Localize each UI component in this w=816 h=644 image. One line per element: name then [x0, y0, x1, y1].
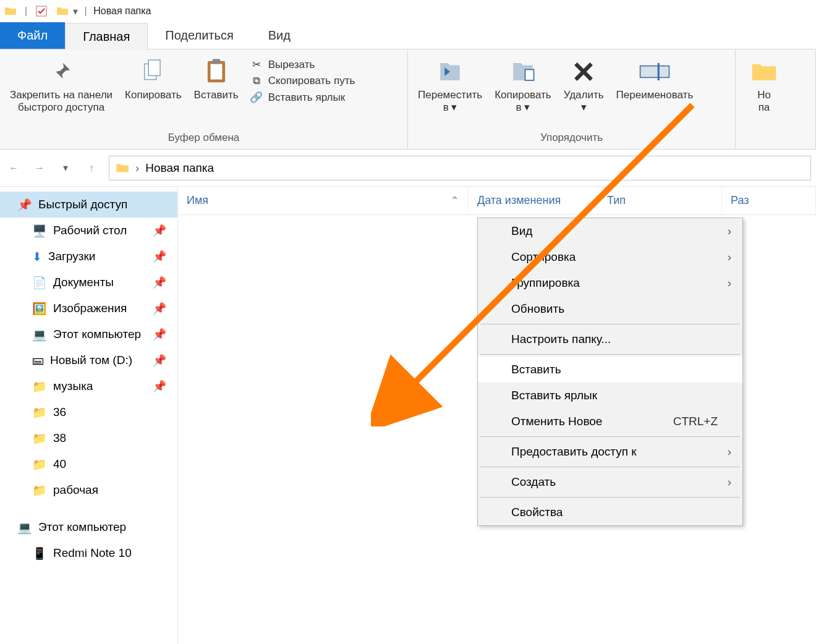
column-date[interactable]: Дата изменения — [469, 187, 598, 214]
sidebar-item-label: 38 — [53, 431, 66, 445]
tab-share[interactable]: Поделиться — [148, 22, 250, 49]
pin-quickaccess-button[interactable]: Закрепить на панели быстрого доступа — [4, 54, 119, 117]
paste-shortcut-button[interactable]: 🔗 Вставить ярлык — [250, 91, 355, 104]
sidebar-item-folder[interactable]: 📁рабочая — [0, 477, 177, 503]
ctx-undo[interactable]: Отменить НовоеCTRL+Z — [478, 409, 742, 434]
ctx-properties[interactable]: Свойства — [478, 499, 742, 525]
sidebar-item-this-pc[interactable]: 💻Этот компьютер📌 — [0, 321, 177, 347]
ctx-label: Создать — [511, 475, 556, 489]
sidebar-quick-access[interactable]: 📌 Быстрый доступ — [0, 192, 177, 218]
move-to-button[interactable]: Переместить в ▾ — [412, 54, 488, 117]
sidebar-item-drive[interactable]: 🖴Новый том (D:)📌 — [0, 347, 177, 373]
delete-label: Удалить ▾ — [564, 89, 604, 114]
column-type[interactable]: Тип — [598, 187, 722, 214]
separator — [480, 497, 740, 498]
cut-button[interactable]: ✂ Вырезать — [250, 58, 355, 71]
history-dropdown[interactable]: ▾ — [57, 159, 74, 177]
ribbon-tabs: Файл Главная Поделиться Вид — [0, 22, 816, 49]
pc-icon: 💻 — [32, 328, 47, 342]
separator — [480, 324, 740, 324]
sidebar-item-folder[interactable]: 📁40 — [0, 451, 177, 477]
sidebar-item-label: Рабочий стол — [53, 224, 127, 237]
separator — [480, 354, 740, 355]
sidebar-item-desktop[interactable]: 🖥️Рабочий стол📌 — [0, 218, 177, 244]
sidebar-item-label: 40 — [53, 457, 66, 471]
drive-icon: 🖴 — [32, 354, 44, 367]
ctx-create[interactable]: Создать› — [478, 469, 742, 495]
ctx-label: Свойства — [511, 506, 563, 519]
svg-rect-6 — [525, 70, 533, 81]
ctx-label: Предоставить доступ к — [511, 445, 637, 459]
sidebar-item-folder[interactable]: 📁36 — [0, 399, 177, 425]
downloads-icon: ⬇ — [32, 250, 42, 264]
ctx-label: Отменить Новое — [511, 415, 602, 428]
copyto-icon — [510, 57, 536, 87]
paste-button[interactable]: Вставить — [188, 54, 245, 104]
copy-path-button[interactable]: ⧉ Скопировать путь — [250, 75, 355, 87]
separator — [480, 436, 740, 437]
tab-view[interactable]: Вид — [251, 22, 308, 49]
address-bar[interactable]: › Новая папка — [109, 156, 811, 180]
documents-icon: 📄 — [32, 276, 47, 290]
ctx-view[interactable]: Вид› — [478, 218, 742, 244]
dropdown-icon[interactable]: ▾ — [73, 6, 78, 17]
tab-home[interactable]: Главная — [65, 23, 148, 49]
sidebar-item-device[interactable]: 📱Redmi Note 10 — [0, 540, 177, 566]
this-pc-label: Этот компьютер — [38, 520, 126, 534]
up-button[interactable]: ↑ — [83, 159, 100, 177]
pin-icon: 📌 — [153, 328, 166, 341]
column-label: Тип — [607, 194, 626, 207]
content-pane[interactable]: Имя⌃ Дата изменения Тип Раз Вид› Сортиро… — [178, 187, 816, 644]
quick-access-label: Быстрый доступ — [38, 198, 127, 211]
checkbox-icon[interactable] — [35, 4, 48, 18]
ctx-group[interactable]: Группировка› — [478, 270, 742, 296]
ctx-refresh[interactable]: Обновить — [478, 296, 742, 322]
sidebar-item-label: музыка — [53, 379, 93, 393]
ctx-shortcut: CTRL+Z — [673, 415, 718, 428]
delete-button[interactable]: Удалить ▾ — [558, 54, 610, 117]
title-bar: | ▾ | Новая папка — [0, 0, 816, 22]
column-label: Раз — [731, 194, 749, 207]
copy-to-button[interactable]: Копировать в ▾ — [488, 54, 558, 117]
sidebar-item-label: Новый том (D:) — [50, 354, 132, 367]
column-size[interactable]: Раз — [722, 187, 816, 214]
pin-label: Закрепить на панели быстрого доступа — [10, 89, 113, 114]
pictures-icon: 🖼️ — [32, 302, 47, 316]
path-icon: ⧉ — [250, 75, 263, 87]
ctx-label: Настроить папку... — [511, 333, 611, 346]
sidebar-item-documents[interactable]: 📄Документы📌 — [0, 269, 177, 295]
copy-button[interactable]: Копировать — [119, 54, 188, 104]
tab-file[interactable]: Файл — [0, 22, 65, 49]
paste-shortcut-label: Вставить ярлык — [268, 91, 345, 104]
cut-label: Вырезать — [268, 59, 315, 71]
breadcrumb-current[interactable]: Новая папка — [145, 161, 214, 175]
folder-icon: 📁 — [32, 457, 47, 472]
folder-icon: 📁 — [32, 379, 47, 394]
chevron-icon[interactable]: › — [135, 161, 139, 175]
ctx-paste[interactable]: Вставить — [478, 357, 742, 383]
column-headers: Имя⌃ Дата изменения Тип Раз — [178, 187, 816, 215]
sidebar-this-pc[interactable]: 💻Этот компьютер — [0, 514, 177, 540]
new-folder-icon — [751, 57, 777, 87]
rename-button[interactable]: Переименовать — [610, 54, 700, 104]
back-button[interactable]: ← — [5, 159, 22, 177]
star-pin-icon: 📌 — [17, 198, 32, 212]
column-name[interactable]: Имя⌃ — [178, 187, 469, 214]
folder-icon — [4, 4, 17, 18]
svg-rect-2 — [148, 60, 160, 75]
ctx-paste-shortcut[interactable]: Вставить ярлык — [478, 383, 742, 409]
copy-label: Копировать — [125, 89, 182, 101]
ctx-sort[interactable]: Сортировка› — [478, 244, 742, 270]
ctx-customize[interactable]: Настроить папку... — [478, 326, 742, 352]
delete-icon — [572, 57, 595, 87]
sidebar-item-label: Загрузки — [48, 250, 95, 263]
forward-button[interactable]: → — [31, 159, 48, 177]
sidebar-item-pictures[interactable]: 🖼️Изображения📌 — [0, 295, 177, 321]
sidebar-item-downloads[interactable]: ⬇Загрузки📌 — [0, 244, 177, 269]
sidebar-item-folder[interactable]: 📁музыка📌 — [0, 373, 177, 399]
sidebar-item-folder[interactable]: 📁38 — [0, 425, 177, 451]
new-folder-button[interactable]: Но па — [739, 54, 789, 117]
chevron-right-icon: › — [728, 475, 731, 489]
ctx-share-access[interactable]: Предоставить доступ к› — [478, 439, 742, 465]
rename-label: Переименовать — [616, 89, 694, 101]
